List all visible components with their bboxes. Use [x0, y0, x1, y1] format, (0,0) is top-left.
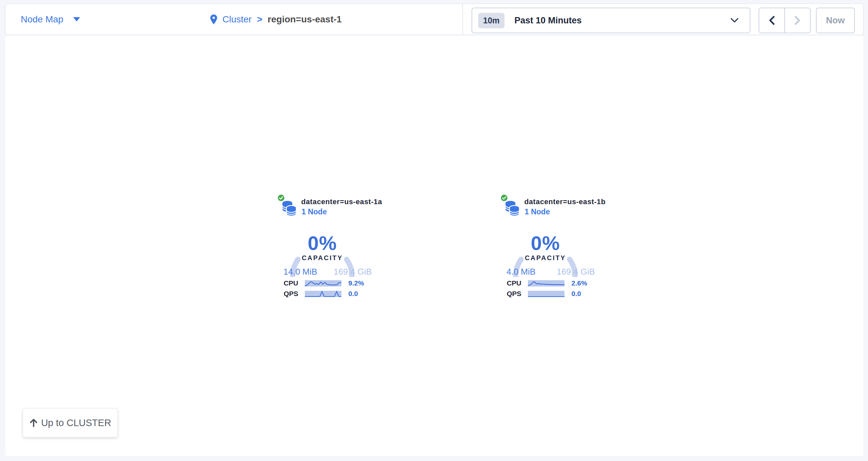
time-pager: [758, 7, 811, 33]
prev-time-button[interactable]: [759, 8, 784, 33]
capacity-percent: 0%: [511, 232, 580, 255]
database-stack-icon: [282, 200, 297, 216]
capacity-values: 4.0 MiB 169.4 GiB: [506, 267, 595, 277]
up-to-cluster-button[interactable]: Up to CLUSTER: [23, 408, 118, 437]
chevron-left-icon: [768, 15, 775, 25]
next-time-button[interactable]: [784, 8, 810, 33]
arrow-up-icon: [29, 418, 38, 427]
datacenter-card-us-east-1b[interactable]: datacenter=us-east-1b 1 Node 0% CAPACITY…: [500, 192, 596, 298]
location-pin-icon: [210, 14, 217, 24]
database-stack-icon: [505, 200, 520, 216]
capacity-values: 14.0 MiB 169.4 GiB: [283, 267, 372, 277]
datacenter-title: datacenter=us-east-1a: [301, 198, 382, 206]
status-check-icon: [500, 194, 508, 202]
datacenter-title: datacenter=us-east-1b: [524, 198, 606, 206]
cpu-sparkline: [305, 280, 341, 287]
datacenter-card-us-east-1a[interactable]: datacenter=us-east-1a 1 Node 0% CAPACITY…: [277, 192, 373, 298]
breadcrumb-current: region=us-east-1: [268, 14, 342, 25]
breadcrumb-separator: >: [257, 14, 262, 25]
cpu-label: CPU: [505, 279, 521, 287]
cpu-metric-row: CPU 9.2%: [282, 279, 364, 287]
chevron-right-icon: [794, 15, 801, 25]
capacity-used: 14.0 MiB: [283, 267, 317, 277]
now-button[interactable]: Now: [816, 7, 855, 33]
node-map-page: Node Map Cluster > region=us-east-1 10m …: [0, 0, 868, 461]
qps-metric-row: QPS 0.0: [505, 290, 581, 297]
qps-value: 0.0: [571, 290, 581, 298]
node-map-canvas: datacenter=us-east-1a 1 Node 0% CAPACITY…: [5, 36, 863, 456]
qps-value: 0.0: [348, 290, 358, 298]
qps-metric-row: QPS 0.0: [282, 290, 358, 297]
breadcrumb: Cluster > region=us-east-1: [210, 4, 342, 35]
capacity-used: 4.0 MiB: [506, 267, 535, 277]
capacity-label: CAPACITY: [511, 254, 580, 262]
up-to-cluster-label: Up to CLUSTER: [41, 418, 112, 428]
topbar: Node Map Cluster > region=us-east-1 10m …: [5, 4, 863, 35]
cpu-value: 9.2%: [348, 279, 364, 287]
qps-sparkline: [305, 291, 341, 297]
capacity-percent: 0%: [288, 232, 357, 255]
caret-down-icon: [73, 17, 80, 22]
view-selector-label: Node Map: [21, 14, 63, 25]
chevron-down-icon: [731, 18, 739, 23]
cpu-sparkline: [528, 280, 564, 287]
time-range-badge: 10m: [478, 13, 504, 28]
status-check-icon: [277, 194, 285, 202]
time-range-dropdown[interactable]: 10m Past 10 Minutes: [471, 7, 750, 33]
qps-label: QPS: [505, 290, 521, 298]
capacity-total: 169.4 GiB: [557, 267, 595, 277]
qps-sparkline: [528, 291, 564, 297]
view-selector-dropdown[interactable]: Node Map: [21, 4, 80, 35]
time-range-label: Past 10 Minutes: [515, 15, 582, 26]
breadcrumb-cluster-link[interactable]: Cluster: [222, 14, 252, 25]
cpu-metric-row: CPU 2.6%: [505, 279, 587, 287]
qps-label: QPS: [282, 290, 298, 298]
cpu-label: CPU: [282, 279, 298, 287]
topbar-divider: [462, 4, 463, 35]
capacity-total: 169.4 GiB: [334, 267, 372, 277]
capacity-label: CAPACITY: [288, 254, 357, 262]
cpu-value: 2.6%: [571, 279, 587, 287]
